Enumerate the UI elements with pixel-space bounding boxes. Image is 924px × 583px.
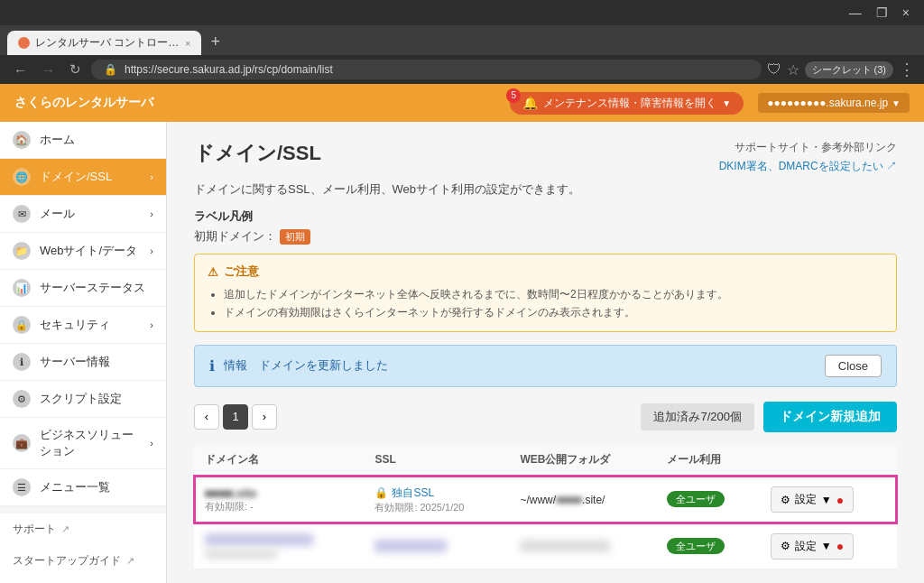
sidebar-item-home[interactable]: 🏠 ホーム — [0, 122, 166, 159]
domain-name-cell: ■■■■.site 有効期限: - — [194, 476, 364, 524]
gear-icon: ⚙ — [13, 390, 31, 408]
notice-item-2: ドメインの有効期限はさくらインターネットが発行するドメインのみ表示されます。 — [224, 303, 883, 321]
sidebar-item-menu-list[interactable]: ☰ メニュー一覧 — [0, 469, 166, 506]
close-button[interactable]: × — [895, 4, 917, 22]
sidebar-item-script-settings[interactable]: ⚙ スクリプト設定 — [0, 381, 166, 418]
alert-badge: 5 — [506, 88, 521, 103]
sidebar-item-label: サーバーステータス — [40, 280, 145, 296]
top-nav: さくらのレンタルサーバ 5 🔔 メンテナンス情報・障害情報を開く ▼ ●●●●●… — [0, 84, 924, 122]
notice-list: 追加したドメインがインターネット全体へ反映されるまでに、数時間〜2日程度かかるこ… — [208, 285, 883, 322]
external-link-icon: ↗ — [61, 523, 69, 535]
mail-usage-badge: 全ユーザ — [667, 491, 725, 507]
sidebar-item-label: サーバー情報 — [40, 354, 110, 370]
ssl-cell: 🔒 独自SSL 有効期限: 2025/1/20 — [364, 476, 509, 524]
chevron-right-icon: › — [150, 438, 153, 449]
add-domain-button[interactable]: ドメイン新規追加 — [763, 402, 897, 432]
col-web-folder: WEB公開フォルダ — [509, 445, 655, 476]
sidebar-item-server-status[interactable]: 📊 サーバーステータス — [0, 270, 166, 307]
table-row: 全ユーザ ⚙ 設定 ▼ ● — [194, 523, 897, 569]
info-close-button[interactable]: Close — [825, 355, 882, 377]
support-link-section: サポートサイト・参考外部リンク DKIM署名、DMARCを設定したい ↗ — [719, 140, 897, 174]
sidebar-item-security[interactable]: 🔒 セキュリティ › — [0, 307, 166, 344]
chart-icon: 📊 — [13, 279, 31, 297]
settings-button[interactable]: ⚙ 設定 ▼ ● — [771, 533, 854, 560]
app-logo: さくらのレンタルサーバ — [14, 95, 510, 111]
menu-icon[interactable]: ⋮ — [899, 60, 915, 79]
content-area: ドメイン/SSL サポートサイト・参考外部リンク DKIM署名、DMARCを設定… — [167, 122, 924, 583]
minimize-button[interactable]: — — [842, 4, 869, 22]
support-site-label: サポートサイト・参考外部リンク — [719, 140, 897, 155]
ssl-expiry: 有効期限: 2025/1/20 — [374, 501, 498, 514]
dropdown-icon: ▼ — [821, 494, 832, 506]
notice-title: ⚠ ご注意 — [208, 264, 883, 280]
label-title: ラベル凡例 — [194, 208, 897, 225]
alert-chevron-icon: ▼ — [722, 98, 731, 108]
sidebar-item-label: メール — [40, 206, 75, 222]
user-menu[interactable]: ●●●●●●●●●.sakura.ne.jp ▼ — [758, 93, 910, 113]
domain-table: ドメイン名 SSL WEB公開フォルダ メール利用 ■■■■.site 有効期限… — [194, 445, 897, 569]
new-tab-button[interactable]: + — [201, 29, 229, 55]
notice-item-1: 追加したドメインがインターネット全体へ反映されるまでに、数時間〜2日程度かかるこ… — [224, 285, 883, 303]
refresh-button[interactable]: ↻ — [65, 60, 86, 79]
shield-icon: 🛡 — [767, 61, 781, 78]
forward-button[interactable]: → — [37, 60, 60, 79]
sidebar-item-label: セキュリティ — [40, 317, 110, 333]
added-count: 追加済み7/200個 — [641, 403, 754, 430]
settings-button[interactable]: ⚙ 設定 ▼ ● — [771, 486, 854, 513]
dropdown-icon: ▼ — [821, 540, 832, 552]
user-domain: ●●●●●●●●●.sakura.ne.jp — [767, 97, 888, 109]
domain-expiry — [205, 550, 277, 559]
sidebar-item-server-info[interactable]: ℹ サーバー情報 — [0, 344, 166, 381]
sidebar-link-startup-guide[interactable]: スタートアップガイド ↗ — [0, 545, 166, 577]
sidebar-link-support[interactable]: サポート ↗ — [0, 514, 166, 545]
table-row: ■■■■.site 有効期限: - 🔒 独自SSL 有効期限: 2025/1/2… — [194, 476, 897, 524]
back-button[interactable]: ← — [9, 60, 32, 79]
sidebar-item-website-data[interactable]: 📁 Webサイト/データ › — [0, 233, 166, 270]
mail-usage-badge: 全ユーザ — [667, 538, 725, 554]
briefcase-icon: 💼 — [13, 434, 31, 452]
current-page-button[interactable]: 1 — [223, 404, 248, 430]
sidebar-item-business[interactable]: 💼 ビジネスソリューション › — [0, 418, 166, 469]
url-text: https://secure.sakura.ad.jp/rs/cp/domain… — [125, 63, 333, 76]
warning-icon: ⚠ — [208, 265, 218, 279]
bell-icon: 🔔 — [522, 96, 538, 110]
sidebar-link-service-site[interactable]: サービスサイト ↗ — [0, 577, 166, 583]
domain-name-cell — [194, 523, 364, 569]
globe-icon: 🌐 — [13, 168, 31, 186]
prev-page-button[interactable]: ‹ — [194, 404, 219, 430]
domain-name-text — [205, 533, 313, 546]
dkim-link[interactable]: DKIM署名、DMARCを設定したい ↗ — [719, 159, 897, 174]
sidebar-item-label: メニュー一覧 — [40, 479, 110, 495]
bookmark-icon[interactable]: ☆ — [787, 61, 799, 79]
label-section: ラベル凡例 初期ドメイン： 初期 — [194, 208, 897, 245]
status-dot: ● — [836, 539, 844, 553]
web-folder-text: ~/www/■■■■.site/ — [520, 494, 605, 506]
sidebar: 🏠 ホーム 🌐 ドメイン/SSL › ✉ メール › 📁 Webサイト/データ … — [0, 122, 167, 583]
address-bar[interactable]: 🔒 https://secure.sakura.ad.jp/rs/cp/doma… — [91, 60, 762, 79]
sidebar-item-label: ホーム — [40, 132, 75, 148]
home-icon: 🏠 — [13, 131, 31, 149]
incognito-badge: シークレット (3) — [805, 61, 894, 79]
tab-favicon — [18, 37, 30, 49]
alert-button[interactable]: 5 🔔 メンテナンス情報・障害情報を開く ▼ — [510, 92, 744, 115]
browser-tab[interactable]: レンタルサーバ コントロールパネル × — [7, 31, 201, 55]
mail-usage-cell: 全ユーザ — [656, 523, 760, 569]
next-page-button[interactable]: › — [252, 404, 277, 430]
sidebar-item-mail[interactable]: ✉ メール › — [0, 196, 166, 233]
web-folder-cell — [509, 523, 655, 569]
chevron-right-icon: › — [150, 319, 153, 330]
settings-cell: ⚙ 設定 ▼ ● — [760, 523, 897, 569]
mail-icon: ✉ — [13, 205, 31, 223]
initial-domain-label: 初期ドメイン： — [194, 229, 276, 243]
tab-close-icon[interactable]: × — [185, 38, 190, 49]
sidebar-item-domain-ssl[interactable]: 🌐 ドメイン/SSL › — [0, 159, 166, 196]
info-bar: ℹ 情報 ドメインを更新しました Close — [194, 345, 897, 387]
ssl-lock-icon: 🔒 — [374, 486, 388, 499]
ssl-badge: 🔒 独自SSL — [374, 486, 434, 501]
maximize-button[interactable]: ❐ — [869, 4, 895, 22]
page-title: ドメイン/SSL — [194, 140, 321, 174]
settings-label: 設定 — [795, 539, 817, 554]
secure-icon: 🔒 — [104, 63, 117, 76]
ssl-link[interactable]: 独自SSL — [392, 486, 434, 501]
toolbar: ‹ 1 › 追加済み7/200個 ドメイン新規追加 — [194, 402, 897, 432]
